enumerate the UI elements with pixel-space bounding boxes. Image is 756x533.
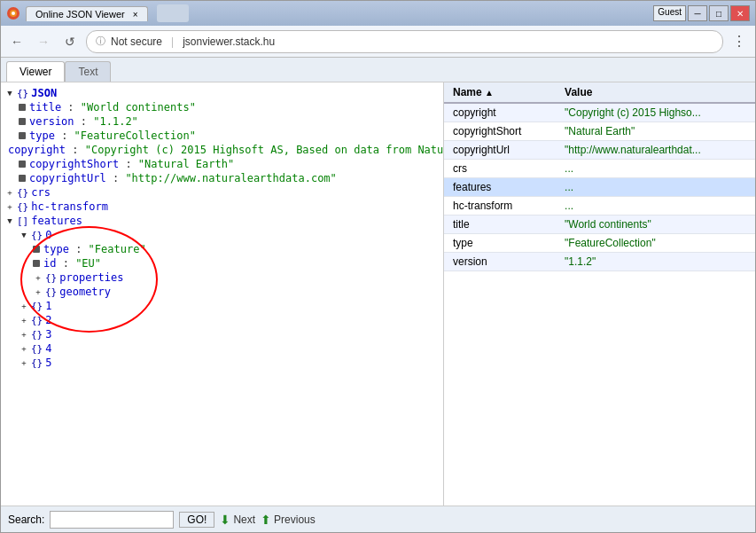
properties-table: Name ▲ Value copyright"Copyright (c) 201… — [444, 82, 755, 271]
tree-row-features-0[interactable]: ▼ {} 0 — [1, 228, 443, 242]
json-tree-panel: ▼ {} JSON title : "World continents" ver… — [1, 82, 444, 506]
address-input[interactable]: ⓘ Not secure | jsonviewer.stack.hu — [86, 30, 723, 53]
annotated-region: ▼ {} 0 type : "Feature" id — [1, 228, 443, 299]
forward-btn[interactable]: → — [33, 31, 54, 52]
expand-1-icon[interactable]: + — [19, 301, 29, 311]
expand-geo-icon[interactable]: + — [33, 286, 43, 297]
root-label: JSON — [31, 87, 57, 99]
table-cell-value: "http://www.naturalearthdat... — [556, 141, 755, 160]
table-row[interactable]: features... — [444, 178, 755, 197]
tree-row-crs[interactable]: + {} crs — [1, 185, 443, 200]
prop-icon — [19, 132, 26, 139]
window-controls: Guest ─ □ ✕ — [653, 5, 750, 21]
table-cell-value: ... — [556, 178, 755, 197]
table-cell-name: type — [444, 234, 556, 253]
table-cell-value: "Natural Earth" — [556, 122, 755, 141]
expand-root-icon[interactable]: ▼ — [4, 88, 15, 98]
prop-icon — [33, 246, 40, 253]
expand-0-icon[interactable]: ▼ — [19, 230, 29, 240]
col-value-header: Value — [556, 82, 755, 103]
tree-row-feature-id[interactable]: id : "EU" — [1, 256, 443, 270]
tree-row-features-4[interactable]: + {} 4 — [1, 341, 443, 356]
table-row[interactable]: crs... — [444, 160, 755, 178]
table-row[interactable]: type"FeatureCollection" — [444, 234, 755, 253]
tab-viewer[interactable]: Viewer — [6, 61, 65, 82]
tree-row-type[interactable]: type : "FeatureCollection" — [1, 129, 443, 143]
previous-button[interactable]: ⬆ Previous — [261, 513, 316, 527]
table-cell-name: crs — [444, 160, 556, 178]
prop-icon — [19, 104, 26, 111]
tree-row-features-3[interactable]: + {} 3 — [1, 327, 443, 341]
tab-title: Online JSON Viewer — [35, 9, 125, 20]
table-row[interactable]: version"1.1.2" — [444, 253, 755, 271]
search-input[interactable] — [50, 511, 174, 529]
next-arrow-icon: ⬇ — [220, 513, 230, 527]
table-cell-value: "World continents" — [556, 216, 755, 234]
title-bar: Online JSON Viewer × Guest ─ □ ✕ — [1, 1, 755, 26]
table-cell-value: ... — [556, 160, 755, 178]
browser-tab[interactable]: Online JSON Viewer × — [26, 6, 148, 21]
tree-row-geometry[interactable]: + {} geometry — [1, 285, 443, 299]
minimize-btn[interactable]: ─ — [688, 5, 707, 21]
tree-row-hc-transform[interactable]: + {} hc-transform — [1, 200, 443, 214]
prop-icon — [19, 118, 26, 125]
expand-3-icon[interactable]: + — [19, 329, 29, 340]
table-cell-name: hc-transform — [444, 197, 556, 216]
tree-row-features-1[interactable]: + {} 1 — [1, 299, 443, 313]
prop-icon — [19, 175, 26, 182]
maximize-btn[interactable]: □ — [709, 5, 729, 21]
tree-row-copyright[interactable]: copyright : "Copyright (c) 2015 Highsoft… — [1, 143, 443, 157]
expand-features-icon[interactable]: ▼ — [4, 216, 15, 226]
root-brace-icon: {} — [17, 88, 28, 99]
prop-icon — [33, 260, 40, 267]
expand-4-icon[interactable]: + — [19, 343, 29, 354]
tree-row-features-2[interactable]: + {} 2 — [1, 313, 443, 327]
table-cell-value: "1.1.2" — [556, 253, 755, 271]
table-row[interactable]: title"World continents" — [444, 216, 755, 234]
tab-close-btn[interactable]: × — [133, 10, 138, 20]
table-cell-name: title — [444, 216, 556, 234]
table-row[interactable]: copyrightUrl"http://www.naturalearthdat.… — [444, 141, 755, 160]
tree-row-features-5[interactable]: + {} 5 — [1, 356, 443, 370]
table-cell-name: version — [444, 253, 556, 271]
table-cell-name: copyrightShort — [444, 122, 556, 141]
browser-window: Online JSON Viewer × Guest ─ □ ✕ ← → ↺ ⓘ… — [0, 0, 756, 533]
table-cell-name: features — [444, 178, 556, 197]
tree-root[interactable]: ▼ {} JSON — [1, 86, 443, 100]
table-row[interactable]: copyright"Copyright (c) 2015 Highso... — [444, 103, 755, 122]
reload-btn[interactable]: ↺ — [59, 31, 81, 52]
url-text: jsonviewer.stack.hu — [183, 35, 275, 48]
expand-props-icon[interactable]: + — [33, 272, 43, 283]
new-tab-btn[interactable] — [157, 4, 189, 22]
table-row[interactable]: copyrightShort"Natural Earth" — [444, 122, 755, 141]
table-cell-value: "FeatureCollection" — [556, 234, 755, 253]
go-button[interactable]: GO! — [179, 512, 214, 528]
tree-row-properties[interactable]: + {} properties — [1, 270, 443, 285]
expand-5-icon[interactable]: + — [19, 357, 29, 368]
table-cell-value: "Copyright (c) 2015 Highso... — [556, 103, 755, 122]
table-row[interactable]: hc-transform... — [444, 197, 755, 216]
col-name-header: Name ▲ — [444, 82, 556, 103]
chrome-menu-btn[interactable]: ⋮ — [729, 33, 750, 50]
tree-row-copyright-short[interactable]: copyrightShort : "Natural Earth" — [1, 157, 443, 171]
tree-row-version[interactable]: version : "1.1.2" — [1, 114, 443, 129]
app-tabs: Viewer Text — [1, 58, 755, 82]
table-cell-value: ... — [556, 197, 755, 216]
guest-btn[interactable]: Guest — [653, 5, 686, 21]
expand-2-icon[interactable]: + — [19, 315, 29, 325]
back-btn[interactable]: ← — [6, 31, 27, 52]
tree-row-features[interactable]: ▼ [] features — [1, 214, 443, 228]
next-button[interactable]: ⬇ Next — [220, 513, 255, 527]
tree-row-feature-type[interactable]: type : "Feature" — [1, 242, 443, 256]
tab-text[interactable]: Text — [65, 61, 111, 82]
address-bar: ← → ↺ ⓘ Not secure | jsonviewer.stack.hu… — [1, 26, 755, 58]
expand-crs-icon[interactable]: + — [4, 187, 15, 198]
expand-hc-icon[interactable]: + — [4, 201, 15, 212]
close-btn[interactable]: ✕ — [730, 5, 750, 21]
prop-icon — [19, 161, 26, 168]
security-text: Not secure — [111, 35, 162, 48]
table-cell-name: copyright — [444, 103, 556, 122]
tree-row-copyright-url[interactable]: copyrightUrl : "http://www.naturalearthd… — [1, 171, 443, 185]
tree-row-title[interactable]: title : "World continents" — [1, 100, 443, 114]
search-label: Search: — [8, 513, 44, 526]
